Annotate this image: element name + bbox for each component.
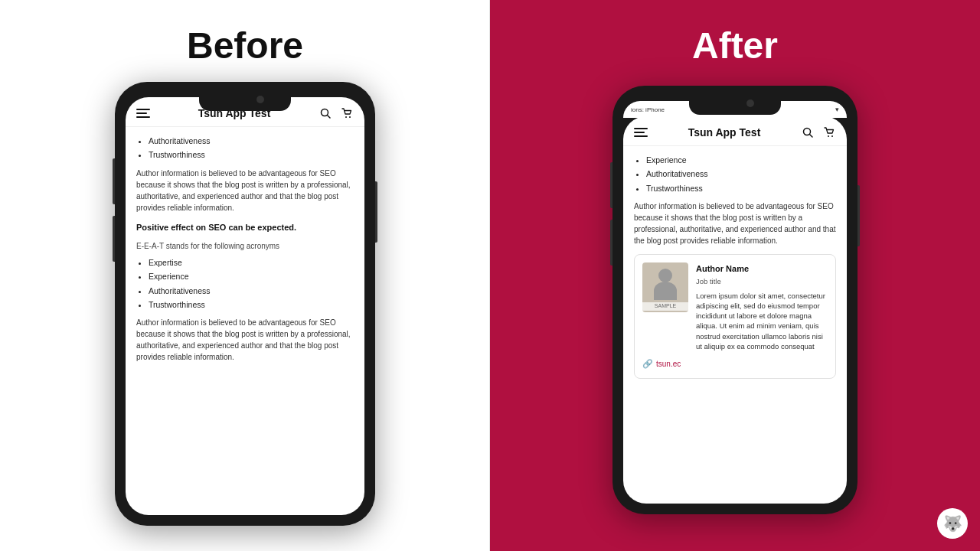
author-card: SAMPLE Author Name Job title Lorem ipsum… <box>634 254 836 380</box>
right-body-text-1: Author information is believed to be adv… <box>634 201 836 246</box>
list-item: Experience <box>646 154 836 166</box>
right-phone-screen: Tsun App Test <box>623 116 847 504</box>
right-panel: After ions: iPhone ▾ Tsun App Test <box>490 0 980 551</box>
signal-icon: ▾ <box>835 106 839 113</box>
right-hamburger-icon[interactable] <box>634 128 648 137</box>
list-item: Trustworthiness <box>149 148 354 161</box>
left-app-icons <box>318 106 354 120</box>
mascot-shape: 🐺 <box>937 508 968 539</box>
author-info: Author Name Job title Lorem ipsum dolor … <box>696 262 828 352</box>
right-phone-shell: ions: iPhone ▾ Tsun App Test <box>612 86 858 514</box>
author-image: SAMPLE <box>642 262 688 312</box>
right-side-btn-right <box>858 185 860 246</box>
left-screen-content: Authoritativeness Trustworthiness Author… <box>126 127 364 505</box>
author-body-text: Lorem ipsum dolor sit amet, consectetur … <box>696 291 828 352</box>
list-item: Authoritativeness <box>149 285 354 297</box>
search-icon[interactable] <box>318 106 332 120</box>
left-body-text-2: Author information is believed to be adv… <box>136 317 354 363</box>
author-name: Author Name <box>696 262 828 276</box>
svg-point-2 <box>345 116 347 118</box>
author-card-top: SAMPLE Author Name Job title Lorem ipsum… <box>642 262 828 352</box>
list-item: Trustworthiness <box>646 182 836 194</box>
list-item: Experience <box>149 270 354 282</box>
left-app-bar: Tsun App Test <box>126 97 364 127</box>
list-item: Authoritativeness <box>646 168 836 180</box>
hamburger-menu-icon[interactable] <box>136 109 150 118</box>
sample-label: SAMPLE <box>642 302 688 311</box>
status-bar: ions: iPhone ▾ <box>623 101 847 118</box>
left-bullet-list-2: Expertise Experience Authoritativeness T… <box>136 256 354 311</box>
cart-icon[interactable] <box>340 106 354 120</box>
list-item: Expertise <box>149 256 354 269</box>
mascot-icon: 🐺 <box>943 514 962 533</box>
left-body-text-1: Author information is believed to be adv… <box>136 168 354 214</box>
left-panel: Before Tsun App Test <box>0 0 490 551</box>
left-highlight-text: Positive effect on SEO can be expected. <box>136 221 354 234</box>
right-app-title: Tsun App Test <box>688 126 761 139</box>
carrier-text: ions: iPhone <box>631 106 665 113</box>
svg-line-5 <box>810 135 813 138</box>
mascot: 🐺 <box>937 508 968 539</box>
author-link-text: tsun.ec <box>656 358 681 370</box>
left-app-title: Tsun App Test <box>198 107 271 119</box>
author-link[interactable]: 🔗 tsun.ec <box>642 357 828 370</box>
right-cart-icon[interactable] <box>822 126 836 139</box>
right-title: After <box>692 24 778 67</box>
left-phone: Tsun App Test <box>115 82 375 526</box>
list-item: Trustworthiness <box>149 298 354 311</box>
left-bullet-list-1: Authoritativeness Trustworthiness <box>136 135 354 161</box>
left-section-label: E-E-A-T stands for the following acronym… <box>136 240 354 253</box>
left-side-btn-right <box>375 181 377 243</box>
right-bullet-list-1: Experience Authoritativeness Trustworthi… <box>634 154 836 194</box>
right-side-btn-1 <box>610 162 612 208</box>
left-phone-shell: Tsun App Test <box>115 82 375 526</box>
left-phone-screen: Tsun App Test <box>126 97 364 515</box>
link-icon: 🔗 <box>642 357 653 370</box>
svg-point-6 <box>828 135 829 137</box>
left-title: Before <box>187 24 303 67</box>
svg-point-3 <box>349 116 351 118</box>
svg-line-1 <box>328 116 331 119</box>
right-screen-content: Experience Authoritativeness Trustworthi… <box>623 146 847 494</box>
right-app-bar: Tsun App Test <box>623 116 847 146</box>
right-app-icons <box>801 126 836 139</box>
left-side-btn-2 <box>113 216 115 262</box>
right-side-btn-2 <box>610 220 612 266</box>
author-job-title: Job title <box>696 276 828 288</box>
svg-point-7 <box>831 135 833 137</box>
list-item: Authoritativeness <box>149 135 354 147</box>
left-side-btn-1 <box>113 158 115 204</box>
right-search-icon[interactable] <box>801 126 815 139</box>
right-phone: ions: iPhone ▾ Tsun App Test <box>612 86 858 514</box>
